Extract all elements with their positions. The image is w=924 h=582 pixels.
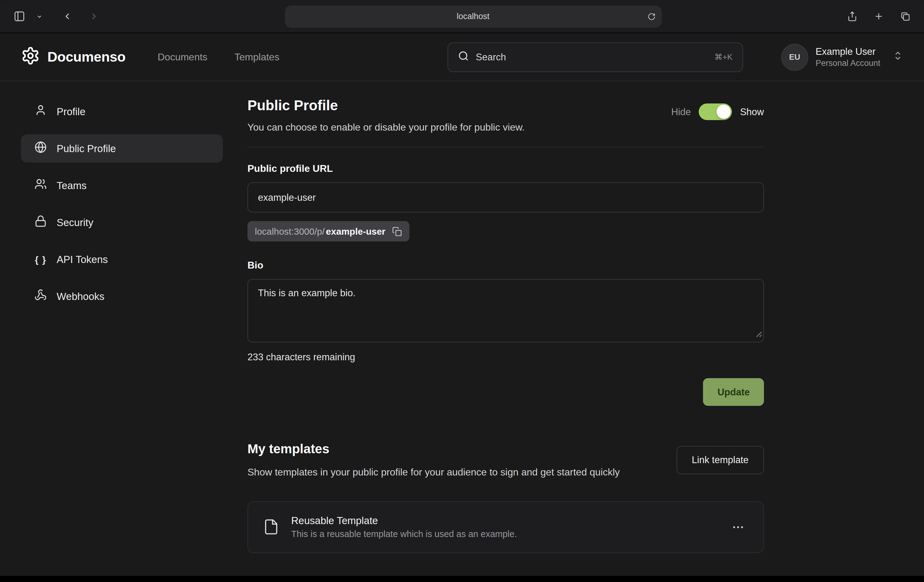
templates-title: My templates	[248, 441, 620, 456]
tab-overview-icon[interactable]	[896, 7, 914, 25]
template-description: This is a reusable template which is use…	[291, 529, 517, 539]
sidebar-item-label: Profile	[57, 106, 86, 117]
lock-icon	[35, 215, 47, 230]
my-templates-section: My templates Show templates in your publ…	[248, 441, 764, 553]
chevrons-up-down-icon	[893, 51, 903, 63]
window-bottom-edge	[0, 576, 924, 582]
search-placeholder: Search	[476, 51, 506, 63]
users-icon	[35, 178, 47, 193]
search-icon	[458, 50, 469, 64]
share-icon[interactable]	[843, 7, 861, 25]
refresh-icon[interactable]	[647, 12, 655, 20]
link-prefix: localhost:3000/p/	[255, 226, 325, 236]
user-icon	[35, 104, 47, 119]
globe-icon	[35, 141, 47, 156]
nav-documents[interactable]: Documents	[158, 51, 208, 63]
profile-url-label: Public profile URL	[248, 163, 764, 174]
sidebar-item-api-tokens[interactable]: { } API Tokens	[21, 245, 223, 273]
sidebar-item-webhooks[interactable]: Webhooks	[21, 282, 223, 311]
bio-label: Bio	[248, 260, 764, 271]
sidebar-item-label: Security	[57, 217, 93, 228]
account-type: Personal Account	[816, 58, 880, 68]
webhook-icon	[35, 289, 47, 304]
address-bar[interactable]: localhost	[285, 5, 662, 27]
bio-textarea[interactable]: This is an example bio.	[248, 279, 764, 342]
account-menu[interactable]: EU Example User Personal Account	[781, 43, 903, 71]
update-button[interactable]: Update	[703, 378, 764, 406]
resize-handle-icon[interactable]	[755, 329, 762, 340]
visibility-toggle[interactable]	[699, 104, 732, 120]
sidebar-item-label: Teams	[57, 180, 86, 191]
browser-toolbar: localhost	[0, 0, 924, 33]
profile-url-input[interactable]	[248, 182, 764, 212]
search-input[interactable]: Search ⌘+K	[447, 42, 743, 72]
avatar: EU	[781, 43, 808, 71]
toggle-show-label: Show	[740, 106, 764, 117]
account-name: Example User	[816, 46, 880, 57]
new-tab-plus-icon[interactable]	[870, 7, 888, 25]
link-template-button[interactable]: Link template	[676, 446, 764, 474]
divider	[248, 147, 764, 147]
braces-icon: { }	[35, 254, 47, 265]
public-profile-link[interactable]: localhost:3000/p/example-user	[248, 221, 409, 241]
sidebar-item-teams[interactable]: Teams	[21, 171, 223, 200]
toggle-knob	[716, 105, 731, 119]
sidebar-panel-icon[interactable]	[10, 7, 29, 26]
sidebar-item-label: Public Profile	[57, 142, 116, 154]
sidebar-item-label: Webhooks	[57, 290, 104, 302]
template-card[interactable]: Reusable Template This is a reusable tem…	[248, 501, 764, 553]
brand[interactable]: Documenso	[21, 46, 125, 68]
brand-name: Documenso	[48, 49, 125, 65]
more-horizontal-icon[interactable]	[728, 516, 749, 537]
main-content: Public Profile You can choose to enable …	[248, 97, 764, 553]
profile-visibility-toggle-group: Hide Show	[671, 104, 764, 120]
templates-description: Show templates in your public profile fo…	[248, 465, 620, 480]
sidebar-item-public-profile[interactable]: Public Profile	[21, 134, 223, 163]
toggle-hide-label: Hide	[671, 106, 691, 117]
characters-remaining: 233 characters remaining	[248, 352, 764, 363]
documenso-logo-icon	[21, 46, 40, 68]
sidebar-item-security[interactable]: Security	[21, 208, 223, 236]
template-name: Reusable Template	[291, 515, 517, 527]
settings-sidebar: Profile Public Profile Teams Security	[21, 97, 223, 553]
top-nav: Documents Templates	[158, 51, 279, 63]
address-bar-url: localhost	[457, 12, 490, 21]
sidebar-item-label: API Tokens	[57, 253, 108, 265]
link-slug: example-user	[326, 226, 385, 236]
sidebar-item-profile[interactable]: Profile	[21, 97, 223, 126]
app-header: Documenso Documents Templates Search ⌘+K…	[0, 33, 924, 81]
nav-templates[interactable]: Templates	[234, 51, 279, 63]
search-shortcut: ⌘+K	[714, 52, 733, 61]
forward-icon[interactable]	[85, 7, 103, 25]
file-icon	[263, 519, 279, 535]
back-icon[interactable]	[58, 7, 76, 25]
copy-icon[interactable]	[392, 227, 402, 236]
chevron-down-icon[interactable]	[33, 10, 46, 23]
page-subtitle: You can choose to enable or disable your…	[248, 122, 764, 133]
